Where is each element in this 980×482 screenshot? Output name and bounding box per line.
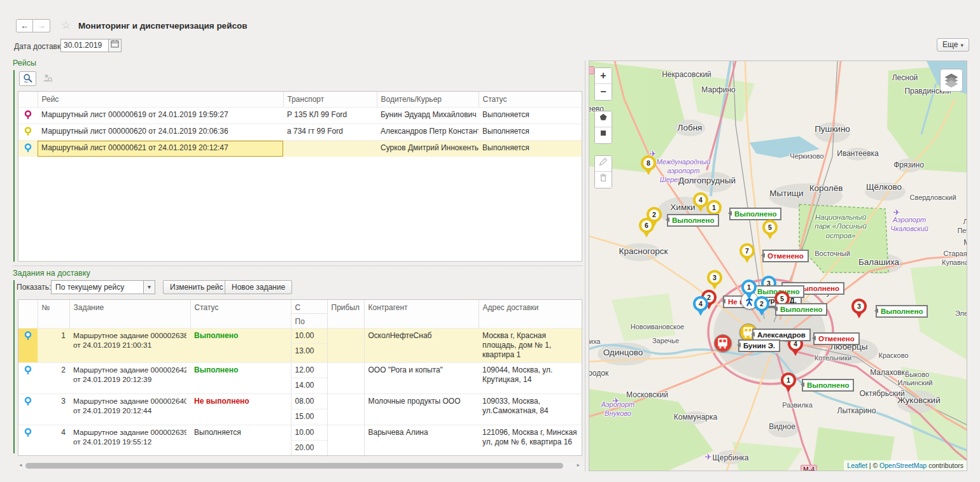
map-pin-red[interactable]: 3 <box>851 299 867 318</box>
edit-shape-button[interactable] <box>595 156 612 172</box>
map-pin-yellow[interactable]: 8 <box>641 155 656 175</box>
task-address-cell: 109044, Москва, ул. Крутицкая, 14 <box>479 363 582 394</box>
tasks-col-address[interactable]: Адрес доставки <box>479 300 582 329</box>
show-filter-value: По текущему рейсу <box>52 281 143 294</box>
trash-icon <box>598 173 608 183</box>
map-status-label-done: Выполнено <box>775 303 827 316</box>
calendar-button[interactable] <box>108 39 122 52</box>
trips-col-transport[interactable]: Транспорт <box>283 92 377 108</box>
task-pin-cell <box>18 394 38 425</box>
tasks-col-task[interactable]: Задание <box>69 300 190 329</box>
task-time-to: 13.00 <box>291 344 327 359</box>
tasks-col-arrived[interactable]: Прибыл <box>327 300 364 329</box>
map-pin-yellow[interactable]: 6 <box>639 218 654 237</box>
search-by-person-button[interactable] <box>39 71 56 86</box>
tasks-col-from[interactable]: С <box>291 300 327 314</box>
layers-control[interactable] <box>940 69 963 92</box>
map-attribution: Leaflet | © OpenStreetMap contributors <box>844 460 967 471</box>
draw-control <box>594 111 612 144</box>
route-pin-icon <box>24 126 32 136</box>
show-filter-combobox[interactable]: По текущему рейсу ▾ <box>51 280 155 294</box>
task-row[interactable]: 3Маршрутное задание 000002640от 24.01.20… <box>18 394 582 425</box>
trip-row[interactable]: Маршрутный лист 000000619 от 24.01.2019 … <box>18 108 582 124</box>
courier-marker-bus[interactable] <box>714 334 732 352</box>
delete-shape-button[interactable] <box>595 172 612 188</box>
route-pin-icon <box>24 143 32 153</box>
more-button[interactable]: Еще▾ <box>937 38 969 52</box>
map-pin-blue[interactable]: 4 <box>693 296 708 316</box>
task-row[interactable]: 1Маршрутное задание 000002638от 24.01.20… <box>18 329 582 363</box>
task-time-cell: 10.0020.00 <box>291 425 327 457</box>
scrollbar-thumb[interactable] <box>25 463 563 469</box>
trips-table: Рейс Транспорт Водитель/Курьер Статус Ма… <box>18 91 582 262</box>
tasks-col-time[interactable]: С По <box>291 300 327 329</box>
search-button[interactable] <box>19 71 36 86</box>
leaflet-link[interactable]: Leaflet <box>847 462 867 469</box>
trip-driver-cell: Сурков Дмитрий Иннокентьевич <box>377 141 479 157</box>
section-splitter[interactable] <box>13 266 582 266</box>
task-name: Маршрутное задание 000002642 <box>73 365 186 375</box>
chevron-down-icon: ▾ <box>960 42 963 48</box>
task-pin-cell <box>18 363 38 394</box>
pin-tail <box>697 206 704 212</box>
trip-driver-cell: Бунин Эдуард Михайлович <box>377 108 479 124</box>
bus-icon <box>715 335 731 351</box>
map-panel[interactable]: НекрасовскийМарфиноЛеснойПравдинскийМенд… <box>589 60 967 471</box>
map-status-label-done: Выполнено <box>729 208 781 220</box>
openstreetmap-link[interactable]: OpenStreetMap <box>879 462 927 469</box>
trips-header-row: Рейс Транспорт Водитель/Курьер Статус <box>18 92 582 108</box>
draw-rectangle-button[interactable] <box>595 127 612 143</box>
zoom-in-button[interactable]: + <box>595 68 612 84</box>
trip-row[interactable]: Маршрутный лист 000000621 от 24.01.2019 … <box>18 141 582 157</box>
trips-col-icon <box>18 92 38 108</box>
trips-col-driver[interactable]: Водитель/Курьер <box>377 92 479 108</box>
map-pin-red[interactable]: 1 <box>781 372 796 392</box>
polygon-icon <box>598 112 608 122</box>
task-name-cell: Маршрутное задание 000002639от 24.01.201… <box>69 425 190 457</box>
map-pin-blue[interactable]: 1 <box>741 280 757 299</box>
horizontal-scrollbar[interactable]: ◂ ▸ <box>18 462 581 469</box>
task-row[interactable]: 4Маршрутное задание 000002639от 24.01.20… <box>18 425 582 457</box>
trips-col-status[interactable]: Статус <box>479 92 582 108</box>
map-status-label-done: Выполнено <box>802 379 854 392</box>
map-pin-yellow[interactable]: 3 <box>707 270 722 290</box>
tasks-col-num[interactable]: № <box>38 300 69 329</box>
map-status-label-name: Бунин Э. <box>738 339 780 352</box>
task-status-cell: Выполняется <box>190 425 291 457</box>
pin-head: 8 <box>641 155 656 171</box>
scroll-right-icon[interactable]: ▸ <box>577 462 580 468</box>
tasks-col-status[interactable]: Статус <box>190 300 291 329</box>
panel-splitter[interactable] <box>585 60 585 471</box>
task-name: Маршрутное задание 000002639 <box>73 428 186 437</box>
rectangle-icon <box>598 128 608 138</box>
draw-polygon-button[interactable] <box>595 111 612 127</box>
task-time-from: 08.00 <box>291 394 327 409</box>
tasks-col-counterparty[interactable]: Контрагент <box>364 300 479 329</box>
pin-tail <box>746 294 752 299</box>
back-button[interactable]: ← <box>16 19 33 32</box>
map-pin-yellow[interactable]: 5 <box>762 220 778 239</box>
pin-head: 3 <box>707 270 722 285</box>
trip-name-cell: Маршрутный лист 000000621 от 24.01.2019 … <box>38 141 283 157</box>
pin-head: 1 <box>741 280 757 295</box>
scroll-left-icon[interactable]: ◂ <box>19 462 22 468</box>
pin-tail <box>645 169 652 175</box>
task-name-cell: Маршрутное задание 000002640от 24.01.201… <box>69 394 190 425</box>
task-row[interactable]: 2Маршрутное задание 000002642от 24.01.20… <box>18 363 582 394</box>
chevron-down-icon[interactable]: ▾ <box>143 281 155 294</box>
new-task-button[interactable]: Новое задание <box>225 280 292 294</box>
map-pin-yellow[interactable]: 7 <box>739 243 755 263</box>
forward-button[interactable]: → <box>33 19 50 32</box>
task-time-to: 14.00 <box>291 378 327 393</box>
trip-status-cell: Выполняется <box>479 124 582 141</box>
trip-transport-cell <box>283 141 377 157</box>
pin-head: 4 <box>693 296 708 311</box>
task-counterparty-cell: Молочные продукты ООО <box>364 394 479 425</box>
trip-row[interactable]: Маршрутный лист 000000620 от 24.01.2019 … <box>18 124 582 141</box>
trips-col-trip[interactable]: Рейс <box>38 92 283 108</box>
tasks-col-to[interactable]: По <box>291 314 327 328</box>
delivery-date-input[interactable]: 30.01.2019 <box>60 39 108 52</box>
favorite-star-icon[interactable]: ☆ <box>61 18 71 32</box>
nav-button-group: ← → <box>16 19 50 32</box>
zoom-out-button[interactable]: − <box>595 84 612 100</box>
